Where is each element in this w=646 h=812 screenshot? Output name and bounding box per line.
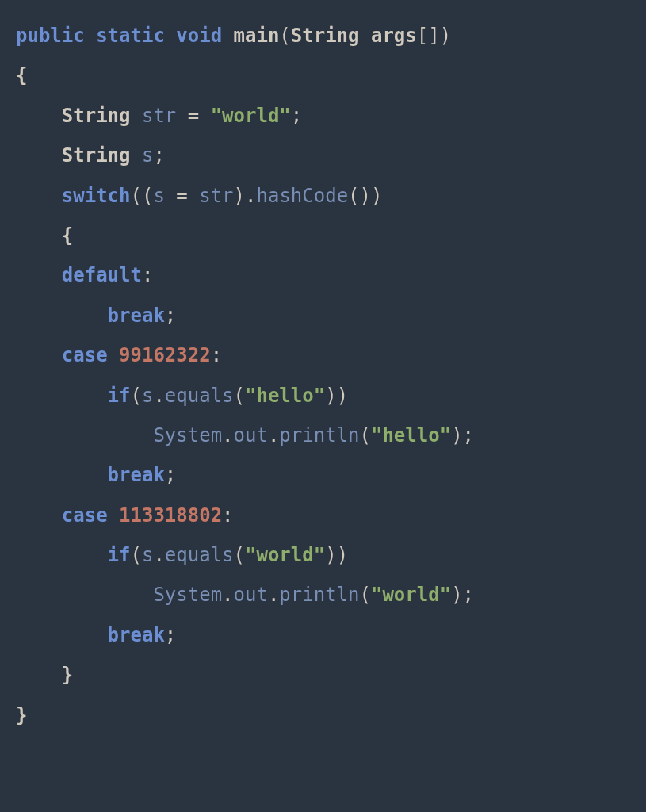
method-println: println bbox=[279, 584, 359, 606]
paren-open: ( bbox=[142, 185, 153, 207]
str-hello: "hello" bbox=[371, 424, 451, 446]
var-str: str bbox=[142, 105, 176, 127]
dot: . bbox=[153, 544, 164, 566]
id-out: out bbox=[234, 424, 268, 446]
paren-open: ( bbox=[279, 25, 290, 47]
paren-close: ) bbox=[337, 544, 348, 566]
str-world: "world" bbox=[245, 544, 325, 566]
paren-close: ) bbox=[371, 185, 382, 207]
dot: . bbox=[245, 185, 256, 207]
keyword-if: if bbox=[108, 544, 131, 566]
paren-close: ) bbox=[325, 544, 336, 566]
id-system: System bbox=[153, 584, 222, 606]
dot: . bbox=[268, 424, 279, 446]
keyword-break: break bbox=[108, 304, 165, 327]
method-main: main bbox=[234, 25, 280, 47]
str-world: "world" bbox=[211, 105, 291, 127]
dot: . bbox=[222, 584, 233, 606]
method-hashcode: hashCode bbox=[256, 185, 348, 207]
dot: . bbox=[268, 584, 279, 606]
keyword-case: case bbox=[62, 504, 108, 527]
keyword-default: default bbox=[62, 264, 142, 286]
keyword-case: case bbox=[62, 344, 108, 366]
colon: : bbox=[211, 344, 222, 366]
keyword-switch: switch bbox=[62, 185, 131, 207]
paren-close: ) bbox=[451, 584, 462, 606]
brace-open: { bbox=[62, 224, 73, 247]
var-s: s bbox=[142, 544, 153, 566]
var-s: s bbox=[153, 185, 164, 207]
method-println: println bbox=[279, 424, 359, 446]
keyword-break: break bbox=[108, 624, 165, 646]
id-system: System bbox=[153, 424, 222, 446]
paren-open: ( bbox=[131, 544, 142, 566]
semi: ; bbox=[463, 584, 474, 606]
paren-open: ( bbox=[360, 424, 371, 446]
method-equals: equals bbox=[165, 544, 234, 566]
keyword-void: void bbox=[176, 25, 222, 47]
method-equals: equals bbox=[165, 385, 234, 407]
paren-close: ) bbox=[360, 185, 371, 207]
str-hello: "hello" bbox=[245, 385, 325, 407]
semi: ; bbox=[463, 424, 474, 446]
paren-close: ) bbox=[337, 385, 348, 407]
var-s: s bbox=[142, 385, 153, 407]
keyword-static: static bbox=[96, 25, 165, 47]
equals: = bbox=[188, 105, 199, 127]
code-block: public static void main(String args[]) {… bbox=[16, 16, 630, 735]
paren-open: ( bbox=[234, 385, 245, 407]
type-string: String bbox=[291, 25, 360, 47]
paren-open: ( bbox=[348, 185, 359, 207]
paren-open: ( bbox=[360, 584, 371, 606]
brackets: [] bbox=[417, 25, 440, 47]
keyword-if: if bbox=[108, 385, 131, 407]
semi: ; bbox=[153, 144, 164, 167]
type-string: String bbox=[62, 105, 131, 127]
keyword-break: break bbox=[108, 464, 165, 486]
var-s: s bbox=[142, 144, 153, 167]
paren-close: ) bbox=[325, 385, 336, 407]
num-world-hash: 113318802 bbox=[119, 504, 222, 527]
equals: = bbox=[176, 185, 187, 207]
dot: . bbox=[222, 424, 233, 446]
str-world: "world" bbox=[371, 584, 451, 606]
dot: . bbox=[153, 385, 164, 407]
colon: : bbox=[142, 264, 153, 286]
paren-close: ) bbox=[440, 25, 451, 47]
id-out: out bbox=[234, 584, 268, 606]
semi: ; bbox=[291, 105, 302, 127]
paren-close: ) bbox=[234, 185, 245, 207]
var-str: str bbox=[199, 185, 233, 207]
semi: ; bbox=[165, 624, 176, 646]
id-args: args bbox=[371, 25, 417, 47]
num-hello-hash: 99162322 bbox=[119, 344, 211, 366]
semi: ; bbox=[165, 464, 176, 486]
paren-open: ( bbox=[131, 185, 142, 207]
brace-close: } bbox=[16, 704, 27, 726]
brace-close: } bbox=[62, 664, 73, 686]
type-string: String bbox=[62, 144, 131, 167]
paren-open: ( bbox=[234, 544, 245, 566]
keyword-public: public bbox=[16, 25, 85, 47]
paren-close: ) bbox=[451, 424, 462, 446]
paren-open: ( bbox=[131, 385, 142, 407]
colon: : bbox=[222, 504, 233, 527]
brace-open: { bbox=[16, 64, 27, 86]
semi: ; bbox=[165, 304, 176, 327]
